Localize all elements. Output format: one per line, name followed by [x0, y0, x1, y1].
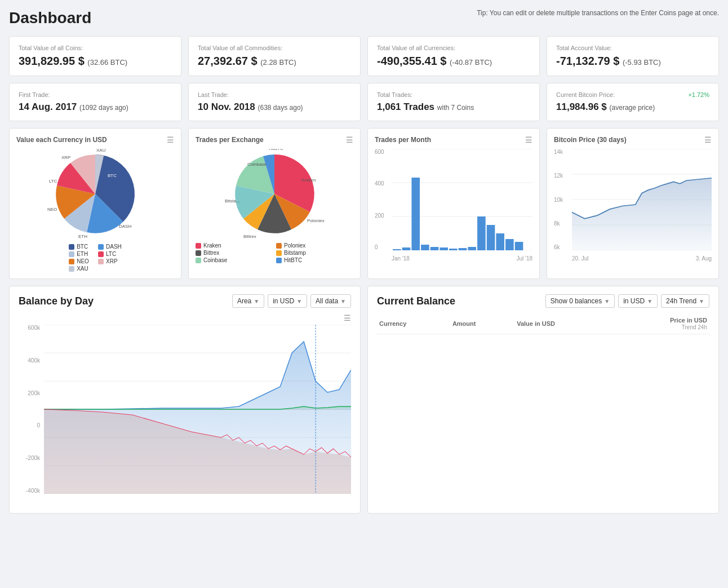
balance-menu-icon[interactable]: ☰ [344, 313, 351, 322]
current-balance-title: Current Balance [377, 295, 455, 307]
current-balance-controls: Show 0 balances ▼ in USD ▼ 24h Trend ▼ [545, 294, 709, 308]
trades-month-card: Trades per Month ☰ 600 400 200 0 [367, 128, 540, 279]
legend-dot-ltc [98, 251, 104, 257]
balance-by-day-title: Balance by Day [19, 295, 94, 307]
exchange-pie-title: Trades per Exchange [196, 136, 264, 144]
legend-hitbtc: HitBTC [276, 257, 353, 263]
exchange-pie-menu-icon[interactable]: ☰ [346, 135, 353, 144]
currencies-value-amount: -490,355.41 $ (-40.87 BTC) [377, 55, 530, 68]
trades-month-chart-area: 600 400 200 0 [375, 149, 532, 262]
legend-bittrex: Bittrex [196, 250, 273, 256]
bar-14 [515, 242, 523, 250]
legend-coinbase: Coinbase [196, 257, 273, 263]
total-trades-label: Total Trades: [377, 91, 530, 98]
btc-price-menu-icon[interactable]: ☰ [704, 135, 712, 144]
btc-price-chart-title: Bitcoin Price (30 days) [554, 136, 627, 144]
coins-value-amount: 391,829.95 $ (32.66 BTC) [19, 55, 172, 68]
legend-dot-coinbase [196, 258, 201, 263]
current-balance-card: Current Balance Show 0 balances ▼ in USD… [367, 286, 719, 514]
legend-poloniex: Poloniex [276, 242, 353, 249]
balance-by-day-header: Balance by Day Area ▼ in USD ▼ All data … [19, 294, 351, 308]
trades-month-y-axis: 600 400 200 0 [375, 149, 390, 250]
legend-dot-btc [69, 244, 74, 250]
pie-label-bitsta-ex: Bitsta... [225, 198, 240, 204]
legend-btc: BTC [69, 244, 92, 250]
trades-month-svg [392, 149, 532, 250]
pie-label-coinbase-ex: Coinbase [247, 162, 267, 167]
bar-6 [440, 247, 448, 250]
legend-dot-xrp [98, 259, 104, 264]
pie-label-kraken-ex: Kraken [301, 178, 316, 183]
trades-month-title: Trades per Month [375, 136, 431, 144]
btc-area [572, 178, 712, 250]
first-trade-value: 14 Aug. 2017 (1092 days ago) [19, 101, 172, 113]
first-trade-label: First Trade: [19, 91, 172, 98]
bar-11 [487, 225, 495, 250]
btc-price-label: Current Bitcoin Price: +1.72% [556, 91, 709, 98]
charts-row: Value each Currency in USD ☰ [9, 128, 719, 279]
currency-pie-title: Value each Currency in USD [16, 136, 107, 144]
balance-range-dropdown[interactable]: All data ▼ [310, 294, 351, 308]
total-trades-card: Total Trades: 1,061 Trades with 7 Coins [367, 83, 540, 121]
last-trade-card: Last Trade: 10 Nov. 2018 (638 days ago) [188, 83, 361, 121]
legend-dot-bittrex [196, 250, 201, 256]
bar-4 [421, 245, 429, 250]
current-balance-currency-dropdown[interactable]: in USD ▼ [618, 294, 658, 308]
legend-dot-kraken [196, 243, 201, 249]
balance-y-axis: 600k 400k 200k 0 -200k -400k [19, 325, 42, 494]
legend-dot-xau [69, 266, 74, 272]
chart-type-dropdown[interactable]: Area ▼ [232, 294, 264, 308]
legend-kraken: Kraken [196, 242, 273, 249]
bar-3 [411, 178, 420, 250]
btc-price-y-axis: 14k 12k 10k 8k 6k [554, 149, 571, 250]
bar-2 [402, 247, 411, 250]
trend-dropdown[interactable]: 24h Trend ▼ [661, 294, 709, 308]
account-value-label: Total Account Value: [556, 45, 709, 51]
pie-label-poloniex-ex: Poloniex [307, 218, 325, 223]
col-price-usd: Price in USDTrend 24h [613, 313, 709, 334]
legend-eth: ETH [69, 251, 92, 257]
btc-price-x-axis: 20. Jul 3. Aug [572, 255, 712, 262]
legend-neo: NEO [69, 258, 92, 264]
bar-10 [477, 216, 486, 250]
btc-price-value: 11,984.96 $ (average price) [556, 101, 709, 113]
commodities-value-label: Total Value of all Commodities: [198, 45, 351, 51]
col-value-usd: Value in USD [514, 313, 613, 334]
total-trades-value: 1,061 Trades with 7 Coins [377, 101, 530, 113]
legend-xrp: XRP [98, 258, 122, 264]
coins-value-label: Total Value of all Coins: [19, 45, 172, 51]
balance-table-header-row: Currency Amount Value in USD Price in US… [377, 313, 709, 334]
pie-label-bittrex-ex: Bittrex [243, 234, 256, 239]
summary-cards-row: Total Value of all Coins: 391,829.95 $ (… [9, 36, 719, 76]
commodities-value-card: Total Value of all Commodities: 27,392.6… [188, 36, 361, 76]
exchange-pie-wrapper: Kraken Poloniex Bittrex Bitsta... Coinba… [196, 149, 353, 239]
exchange-pie-container: Kraken Poloniex Bittrex Bitsta... Coinba… [196, 149, 353, 263]
bar-1 [393, 249, 401, 250]
pie-label-xrp: XRP [61, 155, 70, 160]
bar-5 [430, 247, 439, 250]
balance-currency-dropdown[interactable]: in USD ▼ [268, 294, 307, 308]
btc-price-card: Current Bitcoin Price: +1.72% 11,984.96 … [547, 83, 719, 121]
btc-change: +1.72% [688, 91, 709, 98]
legend-dash: DASH [98, 244, 122, 250]
coins-value-card: Total Value of all Coins: 391,829.95 $ (… [9, 36, 181, 76]
show-balances-dropdown[interactable]: Show 0 balances ▼ [545, 294, 615, 308]
current-balance-header: Current Balance Show 0 balances ▼ in USD… [377, 294, 709, 308]
pie-label-dash: DASH [119, 224, 131, 229]
legend-dot-eth [69, 251, 74, 257]
tip-text: Tip: You can edit or delete multiple tra… [477, 9, 719, 17]
last-trade-value: 10 Nov. 2018 (638 days ago) [198, 101, 351, 113]
first-trade-card: First Trade: 14 Aug. 2017 (1092 days ago… [9, 83, 181, 121]
last-trade-label: Last Trade: [198, 91, 351, 98]
bar-13 [505, 239, 514, 250]
legend-dot-poloniex [276, 243, 282, 249]
currency-pie-container: BTC DASH ETH NEO LTC XRP XAU BTC DASH [16, 149, 174, 272]
col-amount: Amount [450, 313, 514, 334]
bar-7 [449, 249, 458, 250]
legend-xau: XAU [69, 266, 92, 272]
trades-month-menu-icon[interactable]: ☰ [525, 135, 532, 144]
trades-month-header: Trades per Month ☰ [375, 135, 532, 144]
currency-pie-menu-icon[interactable]: ☰ [167, 135, 174, 144]
legend-dot-neo [69, 259, 74, 264]
pie-label-neo: NEO [47, 207, 57, 212]
